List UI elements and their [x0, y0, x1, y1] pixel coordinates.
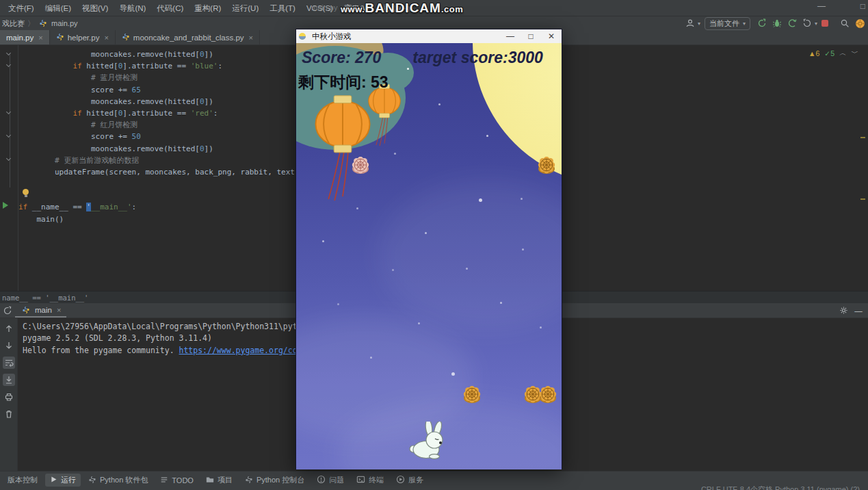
editor-gutter — [0, 45, 18, 291]
game-scene: Score: 270 target score:3000 剩下时间: 53 — [296, 43, 562, 469]
scroll-to-end-icon[interactable] — [3, 374, 15, 386]
stop-icon[interactable] — [818, 17, 832, 29]
profiler-icon[interactable] — [785, 17, 799, 29]
close-icon[interactable]: × — [57, 306, 61, 314]
search-icon[interactable] — [838, 17, 852, 29]
fold-guide-line — [10, 53, 10, 188]
game-title-bar[interactable]: 中秋小游戏 — □ ✕ — [296, 29, 562, 43]
menu-item[interactable]: 工具(T) — [264, 0, 301, 16]
mooncake-gold-sprite — [538, 386, 557, 404]
menu-item[interactable]: 编辑(E) — [40, 0, 77, 16]
coverage-icon[interactable] — [800, 17, 814, 29]
toolwindow-button[interactable]: 版本控制 — [3, 474, 42, 487]
rerun-icon[interactable] — [755, 17, 769, 29]
breadcrumb-file[interactable]: main.py — [51, 19, 78, 27]
folder-icon — [206, 476, 214, 485]
run-tab-label: main — [35, 306, 52, 314]
toolwindow-button[interactable]: Python 软件包 — [83, 474, 153, 487]
close-icon[interactable]: × — [38, 34, 42, 42]
bandicam-watermark: www. BANDICAM .com — [341, 1, 463, 16]
rabbit-sprite — [408, 422, 449, 460]
toolwindow-label: 运行 — [61, 475, 76, 485]
python-file-icon — [38, 17, 48, 29]
game-close-icon[interactable]: ✕ — [541, 31, 562, 41]
watermark-suffix: .com — [441, 4, 463, 14]
game-minimize-icon[interactable]: — — [500, 31, 521, 41]
menu-item[interactable]: 代码(C) — [151, 0, 189, 16]
run-tab[interactable]: main × — [15, 303, 66, 318]
toolwindow-label: 终端 — [369, 475, 384, 485]
toolwindow-button[interactable]: 服务 — [391, 474, 428, 487]
menu-item[interactable]: 文件(F) — [3, 0, 40, 16]
editor-tab[interactable]: main.py× — [0, 30, 50, 44]
target-score-text: target score:3000 — [412, 49, 543, 67]
watermark-prefix: www. — [341, 4, 365, 14]
editor-tab[interactable]: helper.py× — [50, 30, 116, 44]
run-config-selector[interactable]: 当前文件 ▾ — [705, 17, 750, 30]
run-config-chevron-icon: ▾ — [743, 21, 746, 27]
navigation-bar: 戏比赛 〉 main.py ▾ 当前文件 ▾ ▾ — [0, 16, 868, 30]
toolwindow-label: Python 软件包 — [100, 475, 148, 485]
mooncake-gold-sprite — [462, 386, 482, 404]
status-bar: 版本控制运行Python 软件包TODO项目Python 控制台问题终端服务 C… — [0, 471, 868, 490]
warning-triangle-icon: ▲6 — [808, 49, 819, 57]
python-file-icon — [56, 33, 64, 42]
pygame-window[interactable]: 中秋小游戏 — □ ✕ — [295, 29, 562, 469]
toolwindow-label: 项目 — [218, 475, 233, 485]
time-remaining-text: 剩下时间: 53 — [298, 72, 389, 93]
toolwindow-button[interactable]: 项目 — [201, 474, 237, 487]
list-icon — [160, 476, 168, 485]
toolwindow-label: 版本控制 — [8, 475, 38, 485]
toolwindow-button[interactable]: Python 控制台 — [240, 474, 309, 487]
menu-item[interactable]: 重构(R) — [189, 0, 226, 16]
tab-label: helper.py — [68, 34, 100, 42]
user-account-icon[interactable] — [683, 17, 697, 29]
mooncake-pink-sprite — [351, 157, 370, 175]
maximize-icon[interactable]: □ — [860, 1, 865, 11]
mooncake-gold-sprite — [537, 157, 556, 175]
user-chevron-icon: ▾ — [698, 21, 700, 27]
minimize-icon[interactable]: — — [817, 1, 826, 11]
next-issue-icon[interactable]: ﹀ — [852, 49, 859, 58]
prev-issue-icon[interactable]: ︿ — [839, 49, 847, 58]
score-text: Score: 270 — [302, 49, 381, 67]
editor-tab[interactable]: mooncake_and_rabbit_class.py× — [116, 30, 260, 44]
run-line-arrow-icon[interactable] — [3, 202, 8, 209]
terminal-icon — [356, 475, 365, 485]
soft-wrap-icon[interactable] — [3, 357, 15, 369]
game-maximize-icon[interactable]: □ — [521, 31, 541, 41]
breadcrumb-project[interactable]: 戏比赛 — [2, 18, 25, 29]
toolwindow-button[interactable]: 问题 — [312, 474, 349, 487]
tab-label: mooncake_and_rabbit_class.py — [133, 34, 244, 42]
toolwindow-label: Python 控制台 — [257, 475, 304, 485]
python-file-icon — [21, 304, 31, 316]
breadcrumb: 戏比赛 〉 main.py — [0, 17, 78, 29]
toolwindow-button[interactable]: 运行 — [45, 474, 81, 487]
rerun-up-icon[interactable] — [3, 322, 15, 335]
debug-bug-icon[interactable] — [770, 17, 784, 29]
python-icon — [88, 476, 96, 485]
close-icon[interactable]: × — [104, 34, 108, 42]
clear-console-icon[interactable] — [3, 408, 15, 420]
console-text: pygame 2.5.2 (SDL 2.28.3, Python 3.11.4) — [23, 333, 212, 343]
print-icon[interactable] — [3, 391, 15, 403]
rerun-small-icon[interactable] — [1, 305, 14, 317]
status-right-text: CRLF UTF-8 4个空格 Python 3.11 (pygame) (2) — [701, 485, 860, 490]
scrollbar-warning-mark — [860, 137, 865, 138]
menu-item[interactable]: 运行(U) — [226, 0, 264, 16]
toolwindow-button[interactable]: 终端 — [352, 474, 389, 487]
menu-item[interactable]: 导航(N) — [114, 0, 151, 16]
inspection-widget[interactable]: ▲6 ✓5 ︿ ﹀ — [808, 49, 858, 58]
toolwindow-label: TODO — [172, 476, 194, 485]
stop-down-icon[interactable] — [3, 339, 15, 352]
close-icon[interactable]: × — [249, 34, 253, 42]
pygame-logo-icon — [297, 30, 308, 42]
gear-icon[interactable] — [837, 305, 850, 317]
run-config-label: 当前文件 — [709, 18, 739, 29]
hide-panel-icon[interactable]: — — [852, 305, 865, 317]
menu-item[interactable]: 视图(V) — [77, 0, 114, 16]
toolwindow-button[interactable]: TODO — [155, 474, 198, 487]
settings-notification-icon[interactable] — [853, 17, 867, 29]
game-window-title: 中秋小游戏 — [312, 31, 352, 42]
toolwindow-label: 服务 — [408, 475, 423, 485]
